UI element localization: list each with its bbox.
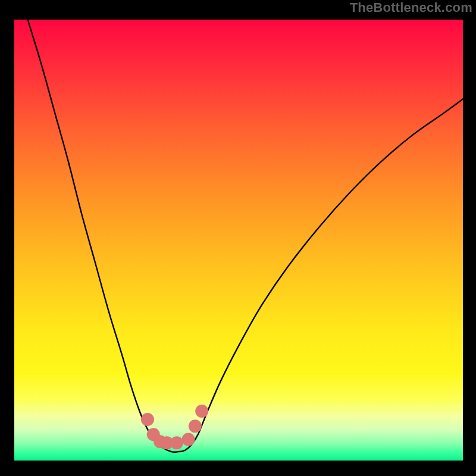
data-marker — [182, 433, 195, 446]
credit-label: TheBottleneck.com — [350, 0, 472, 15]
bottleneck-chart — [14, 20, 463, 461]
plot-area — [14, 20, 463, 461]
data-marker — [141, 413, 154, 426]
data-marker — [189, 419, 202, 433]
chart-frame: TheBottleneck.com — [0, 0, 476, 476]
data-marker — [170, 436, 183, 449]
data-marker — [195, 405, 208, 418]
gradient-background — [14, 20, 463, 461]
